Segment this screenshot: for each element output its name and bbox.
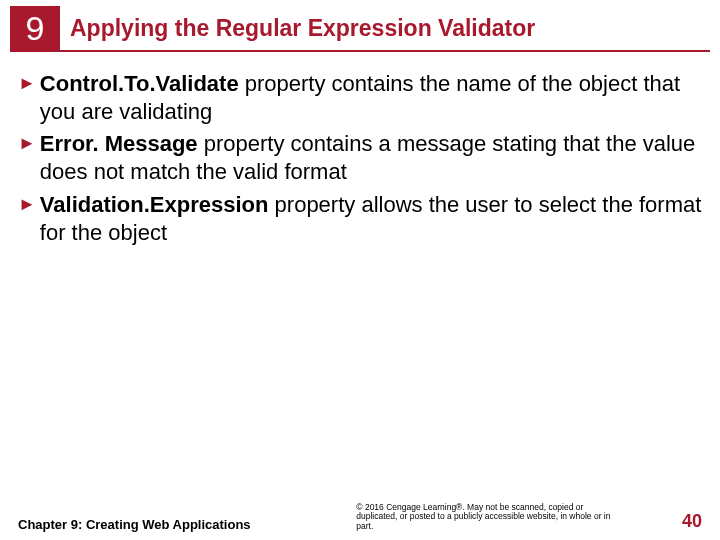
bullet-text: Error. Message property contains a messa… <box>40 130 702 186</box>
footer-chapter-label: Chapter 9: Creating Web Applications <box>18 517 251 532</box>
footer: Chapter 9: Creating Web Applications © 2… <box>0 503 720 532</box>
slide: 9 Applying the Regular Expression Valida… <box>0 6 720 540</box>
bullet-term: Control.To.Validate <box>40 71 239 96</box>
chapter-number-box: 9 <box>10 6 60 50</box>
bullet-arrow-icon: ► <box>18 70 36 126</box>
slide-body: ► Control.To.Validate property contains … <box>0 52 720 247</box>
slide-title: Applying the Regular Expression Validato… <box>60 6 535 50</box>
bullet-text: Validation.Expression property allows th… <box>40 191 702 247</box>
bullet-item: ► Error. Message property contains a mes… <box>18 130 702 186</box>
bullet-item: ► Control.To.Validate property contains … <box>18 70 702 126</box>
bullet-arrow-icon: ► <box>18 191 36 247</box>
bullet-item: ► Validation.Expression property allows … <box>18 191 702 247</box>
bullet-text: Control.To.Validate property contains th… <box>40 70 702 126</box>
bullet-arrow-icon: ► <box>18 130 36 186</box>
bullet-term: Error. Message <box>40 131 198 156</box>
footer-copyright: © 2016 Cengage Learning®. May not be sca… <box>356 503 616 532</box>
page-number: 40 <box>682 511 702 532</box>
header-bar: 9 Applying the Regular Expression Valida… <box>10 6 710 52</box>
bullet-term: Validation.Expression <box>40 192 269 217</box>
